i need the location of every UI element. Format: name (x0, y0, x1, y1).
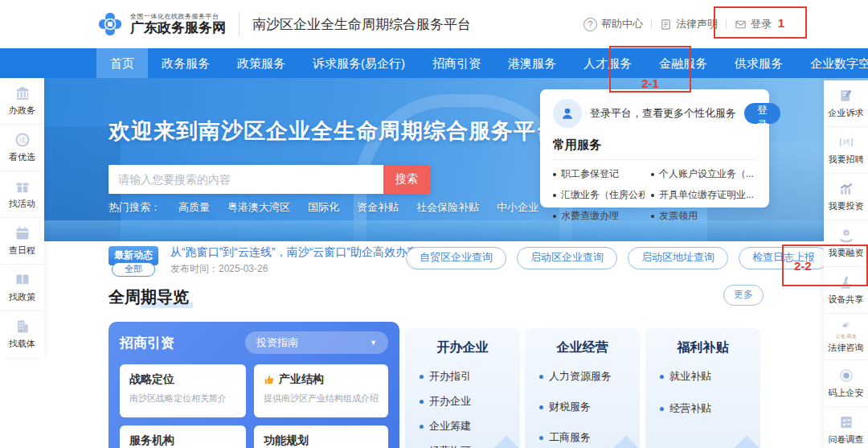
legal-notice-link[interactable]: 法律声明 (660, 17, 718, 31)
function-planning-card[interactable]: 功能规划 (254, 425, 388, 448)
nav-digital-space[interactable]: 企业数字空间 (796, 48, 868, 78)
service-link[interactable]: 发票领用 (651, 209, 756, 223)
service-link[interactable]: 职工参保登记 (553, 167, 645, 181)
column-link-label: 就业补贴 (669, 369, 711, 384)
nav-home[interactable]: 首页 (96, 48, 148, 78)
column-link[interactable]: 就业补贴 (660, 369, 760, 384)
legal-doc-icon (660, 18, 672, 31)
column-link-label: 工商服务 (549, 430, 591, 445)
nav-policy-services[interactable]: 政策服务 (223, 48, 299, 78)
industry-structure-card[interactable]: 产业结构 提供南沙区产业结构组成介绍 (254, 364, 388, 417)
header-link-separator (651, 19, 652, 29)
column-link[interactable]: 开办企业 (420, 394, 520, 409)
service-link[interactable]: 个人账户设立业务（... (651, 167, 756, 181)
column-link[interactable]: 经营补贴 (660, 401, 760, 416)
gift-icon (14, 179, 31, 195)
mini-card-title: 服务机构 (129, 434, 174, 448)
ftz-enterprise-query-button[interactable]: 自贸区企业查询 (406, 247, 506, 269)
news-all-button[interactable]: 全部 (112, 262, 155, 277)
search-input[interactable] (108, 165, 383, 194)
sidebar-label: 找载体 (9, 338, 35, 350)
annotation-box-2-1: 2-1 (609, 46, 691, 92)
bullet-icon (553, 194, 556, 197)
column-link[interactable]: 财税服务 (539, 400, 640, 414)
annotation-label: 2-2 (794, 259, 812, 273)
hot-search-item[interactable]: 粤港澳大湾区 (227, 200, 290, 215)
column-link[interactable]: 开办指引 (420, 369, 520, 384)
common-services-title: 常用服务 (553, 138, 756, 153)
service-link[interactable]: 汇缴业务（住房公积... (553, 188, 645, 202)
sidebar-item-policies[interactable]: 找政策 (0, 265, 44, 311)
sidebar-item-preferred[interactable]: 优 看优选 (0, 125, 44, 171)
sidebar-item-schedule[interactable]: 查日程 (0, 218, 44, 265)
column-link-label: 开办指引 (429, 369, 471, 384)
sidebar-item-legal-consult[interactable]: 公道·商道 法律咨询 (824, 314, 868, 360)
invest-guide-dropdown[interactable]: 投资指南 ▼ (245, 331, 388, 354)
column-link[interactable]: 企业筹建 (420, 419, 520, 434)
sidebar-item-do-government[interactable]: 办政务 (0, 78, 44, 125)
service-label: 汇缴业务（住房公积... (561, 188, 645, 202)
bullet-icon (660, 407, 664, 411)
sidebar-item-enterprise-appeal[interactable]: 企业诉求 (824, 80, 868, 127)
sidebar-item-activities[interactable]: 找活动 (0, 171, 44, 218)
column-link-label: 开办企业 (429, 394, 471, 409)
investment-card-title: 招商引资 (120, 334, 174, 352)
startzone-enterprise-query-button[interactable]: 启动区企业查询 (517, 247, 617, 269)
panel-login-button[interactable]: 登录 (744, 103, 780, 124)
service-agency-card[interactable]: 服务机构 (120, 425, 246, 448)
column-link-label: 企业筹建 (429, 419, 471, 434)
sidebar-item-invest[interactable]: 我要投资 (824, 174, 868, 220)
user-icon (559, 105, 575, 121)
service-link[interactable]: 水费查缴办理 (553, 209, 645, 223)
column-link-label: 人力资源服务 (549, 369, 612, 384)
sidebar-item-hiring[interactable]: 聘 我要招聘 (824, 127, 868, 174)
login-panel: 登录平台，查看更多个性化服务 登录 常用服务 职工参保登记 个人账户设立业务（.… (540, 89, 769, 208)
sidebar-label: 看优选 (9, 151, 35, 163)
sidebar-label: 我要招聘 (829, 154, 864, 166)
gov-flower-logo-icon (96, 10, 124, 38)
bullet-icon (420, 425, 424, 429)
header-divider (239, 12, 240, 36)
service-label: 个人账户设立业务（... (659, 167, 754, 181)
svg-text:优: 优 (18, 136, 26, 144)
sidebar-item-carriers[interactable]: 找载体 (0, 311, 44, 357)
strategic-position-card[interactable]: 战略定位 南沙区战略定位相关简介 (120, 364, 246, 417)
hot-search-item[interactable]: 资金补贴 (357, 200, 399, 215)
hot-search-item[interactable]: 社会保险补贴 (416, 200, 479, 215)
news-title-link[interactable]: 从“跑窗口”到“云连线”，南沙“云窗口”助企高效办事 (170, 245, 418, 260)
nav-government-services[interactable]: 政务服务 (148, 48, 223, 78)
bullet-icon (651, 173, 654, 176)
sidebar-item-qr-safety[interactable]: 码上企安 (824, 360, 868, 407)
service-link[interactable]: 开具单位缴存证明业... (651, 188, 756, 202)
hot-search-item[interactable]: 中小企业 (497, 200, 538, 215)
nav-investment[interactable]: 招商引资 (419, 48, 494, 78)
nav-hk-macau[interactable]: 港澳服务 (494, 48, 570, 78)
site-logo[interactable]: 全国一体化在线政务服务平台 广东政务服务网 (96, 10, 226, 38)
help-center-link[interactable]: ? 帮助中心 (583, 17, 643, 31)
bullet-icon (553, 215, 556, 218)
sidebar-item-survey[interactable]: 问卷调查 (824, 407, 868, 448)
column-link[interactable]: 人力资源服务 (539, 369, 640, 384)
news-publish-date: 发布时间：2025-03-26 (170, 262, 268, 276)
column-welfare-subsidies: 福利补贴 就业补贴 经营补贴 (645, 328, 760, 448)
hot-search-item[interactable]: 国际化 (308, 200, 339, 215)
sidebar-label: 我要投资 (829, 200, 864, 212)
service-label: 开具单位缴存证明业... (659, 188, 754, 202)
hot-search-item[interactable]: 高质量 (178, 200, 210, 215)
legal-icon-caption: 公道·商道 (836, 334, 857, 339)
search-button[interactable]: 搜索 (383, 165, 430, 194)
help-center-label: 帮助中心 (601, 17, 643, 31)
startzone-address-query-button[interactable]: 启动区地址查询 (628, 247, 728, 269)
nav-appeal-services[interactable]: 诉求服务(易企行) (299, 48, 419, 78)
nav-supply-demand[interactable]: 供求服务 (721, 48, 796, 78)
chevron-down-icon: ▼ (370, 339, 377, 347)
preferred-badge-icon: 优 (14, 132, 31, 148)
bullet-icon (420, 400, 424, 404)
quick-query-row: 自贸区企业查询 启动区企业查询 启动区地址查询 检查日志上报 (406, 247, 829, 269)
thumbs-up-icon (264, 374, 275, 385)
invest-chart-icon (838, 181, 854, 197)
column-operate-business: 企业经营 人力资源服务 财税服务 工商服务 (525, 328, 640, 448)
financing-hand-icon: ¥ (838, 228, 854, 244)
more-button[interactable]: 更多 (723, 285, 764, 306)
search-bar: 搜索 (108, 165, 430, 194)
